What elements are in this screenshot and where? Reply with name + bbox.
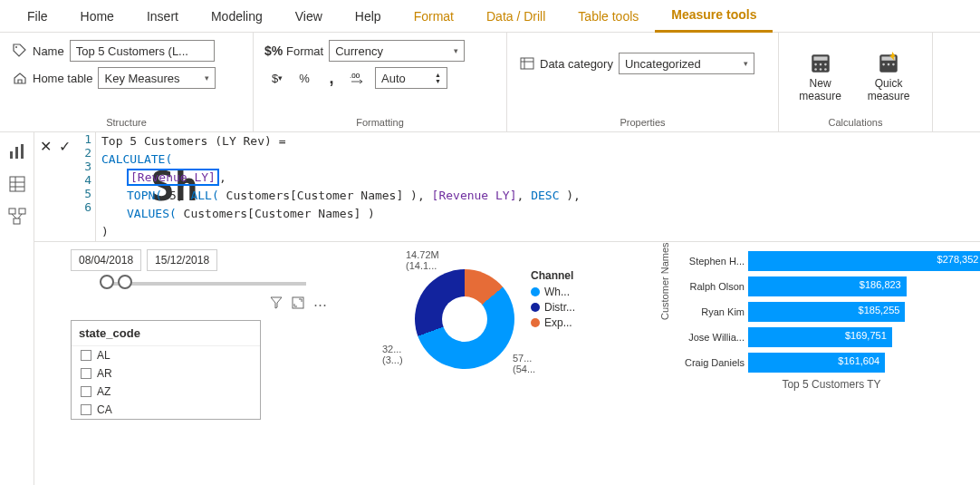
checkbox-icon[interactable] [81,368,91,379]
format-dropdown[interactable]: Currency ▾ [329,40,465,62]
bar-category: Stephen H... [677,256,748,267]
svg-rect-25 [9,209,15,214]
tab-table-tools[interactable]: Table tools [562,0,655,33]
svg-rect-20 [21,144,24,159]
svg-point-12 [824,68,827,71]
bar-fill: $186,823 [748,276,907,296]
tab-help[interactable]: Help [339,0,398,33]
group-calculations: New measure Quick measure Calculations [779,33,933,131]
tab-insert[interactable]: Insert [130,0,195,33]
checkbox-icon[interactable] [81,404,91,415]
date-end[interactable]: 15/12/2018 [147,249,217,271]
category-icon [520,56,534,71]
svg-point-0 [15,46,17,48]
svg-rect-26 [19,209,25,214]
bar-chart[interactable]: Customer Names Stephen H...$278,352Ralph… [677,251,980,391]
bar-row: Ralph Olson$186,823 [677,276,980,296]
more-options-icon[interactable]: ⋯ [313,296,327,313]
commit-formula-button[interactable]: ✓ [59,138,71,155]
chevron-down-icon: ▾ [205,73,209,82]
filter-icon[interactable] [270,296,283,313]
date-slider[interactable] [107,282,306,286]
home-table-dropdown[interactable]: Key Measures ▾ [98,67,216,89]
bar-value: $186,823 [860,279,901,290]
checkbox-icon[interactable] [81,350,91,361]
tab-modeling[interactable]: Modeling [195,0,279,33]
bar-fill: $169,751 [748,327,892,347]
bar-category: Ralph Olson [677,281,748,292]
group-formatting: $% Format Currency ▾ $ ▾ % , .00 Auto ▲▼ [254,33,507,131]
slider-handle-end[interactable] [118,275,132,289]
slicer-item[interactable]: AR [72,364,260,383]
slicer-item[interactable]: AZ [72,383,260,401]
state-slicer[interactable]: state_code ALARAZCA [71,320,261,420]
svg-point-8 [819,63,821,65]
spinner-icon[interactable]: ▲▼ [435,72,441,84]
slicer-item-label: AR [97,367,112,380]
slider-handle-start[interactable] [100,275,114,289]
focus-mode-icon[interactable] [292,296,304,313]
ribbon-tabs: File Home Insert Modeling View Help Form… [0,0,980,33]
legend-dot-icon [531,287,540,296]
canvas: ✕ ✓ 123 456 Sh Top 5 Customers (LY Rev) … [34,132,980,485]
bar-value: $169,751 [845,330,887,341]
decimals-input[interactable]: Auto ▲▼ [375,67,447,89]
legend-label: Exp... [544,316,572,329]
svg-rect-21 [10,177,24,191]
tab-format[interactable]: Format [398,0,470,33]
data-view-icon[interactable] [7,174,27,194]
bar-fill: $161,604 [748,353,885,373]
legend-label: Wh... [544,286,570,298]
bar-fill: $185,255 [748,302,905,322]
data-category-dropdown[interactable]: Uncategorized ▾ [619,53,754,74]
home-table-value: Key Measures [104,72,179,85]
new-measure-button[interactable]: New measure [792,52,849,102]
donut-chart[interactable]: 14.72M(14.1...57...(54...32...(3...) Cha… [415,269,575,369]
tab-measure-tools[interactable]: Measure tools [655,0,773,33]
formula-bar: ✕ ✓ 123 456 Sh Top 5 Customers (LY Rev) … [34,132,980,242]
report-canvas[interactable]: 08/04/2018 15/12/2018 ⋯ state_code ALARA… [34,242,980,427]
quick-measure-button[interactable]: Quick measure [858,52,919,102]
svg-line-29 [18,214,22,218]
quick-measure-label: Quick measure [863,77,914,102]
model-view-icon[interactable] [7,207,27,227]
currency-button[interactable]: $ ▾ [266,67,288,89]
report-view-icon[interactable] [7,141,27,161]
date-start[interactable]: 08/04/2018 [71,249,141,271]
tab-file[interactable]: File [11,0,64,33]
home-icon [13,71,27,85]
cancel-formula-button[interactable]: ✕ [40,138,52,155]
legend-label: Distr... [544,301,575,314]
bar-row: Ryan Kim$185,255 [677,302,980,322]
percent-button[interactable]: % [293,67,315,89]
svg-rect-19 [15,147,18,159]
group-structure: Name Top 5 Customers (L... Home table Ke… [0,33,254,131]
checkbox-icon[interactable] [81,386,91,397]
bar-value: $278,352 [937,254,979,265]
view-sidebar [0,132,34,485]
chevron-down-icon: ▾ [744,59,748,68]
name-label: Name [33,44,64,58]
name-value: Top 5 Customers (L... [76,44,188,58]
tab-data-drill[interactable]: Data / Drill [470,0,562,33]
formula-editor[interactable]: Sh Top 5 Customers (LY Rev) = CALCULATE(… [96,132,581,241]
svg-point-17 [892,63,895,65]
name-input[interactable]: Top 5 Customers (L... [70,40,215,62]
group-label-calculations: Calculations [792,117,919,128]
donut-legend: Channel Wh...Distr...Exp... [531,269,575,332]
svg-point-15 [882,63,885,65]
line-gutter: 123 456 [76,132,96,241]
data-category-value: Uncategorized [625,57,701,71]
slicer-item-label: CA [97,403,112,416]
data-category-label: Data category [540,57,613,71]
tab-home[interactable]: Home [64,0,130,33]
slicer-item[interactable]: AL [72,346,260,364]
tab-view[interactable]: View [279,0,339,33]
comma-button[interactable]: , [321,67,342,89]
slicer-item[interactable]: CA [72,401,260,419]
svg-rect-2 [521,58,533,69]
bar-row: Stephen H...$278,352 [677,251,980,271]
svg-rect-18 [10,151,13,159]
bar-category: Jose Willia... [677,332,748,343]
bar-category: Craig Daniels [677,357,748,368]
